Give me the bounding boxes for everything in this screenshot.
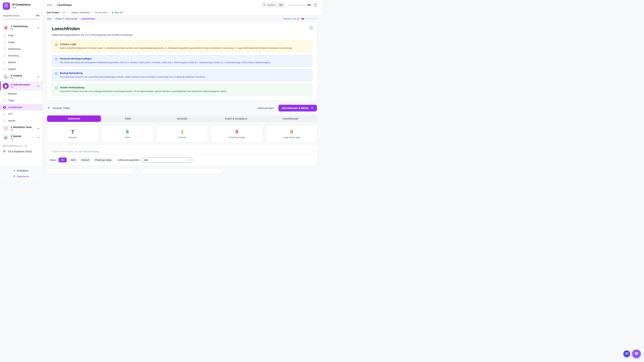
collapse-sidebar-button[interactable]: « Einklappen <box>14 169 28 172</box>
status-filter-entwurf[interactable]: Entwurf <box>79 158 92 162</box>
tab-generator[interactable]: Generator <box>155 115 209 122</box>
tab-loeschkonzept[interactable]: Loeschkonzept <box>263 115 317 122</box>
sidebar-item-vvt[interactable]: VVT <box>0 111 42 117</box>
sidebar-item-scope[interactable]: Scope <box>0 39 42 45</box>
sidebar-item-toms[interactable]: TOMs <box>0 97 42 104</box>
policy-card[interactable] <box>47 169 134 173</box>
radio-icon <box>3 61 6 64</box>
global-search-button[interactable]: Suchen... ⌘K <box>261 2 285 8</box>
sidebar: AI Compliance SDK Gesamtfortschritt 0% 🎯… <box>0 0 42 181</box>
overall-progress-block: Gesamtfortschritt 0% <box>0 12 42 22</box>
section-text: 5. Betrieb0% <box>10 135 35 140</box>
sidebar-section-3-dokumentation[interactable]: 📋3. Dokumentation0% <box>0 81 42 90</box>
stat-card-gesamt: 7Gesamt <box>47 125 98 142</box>
overall-progress-track <box>3 18 40 20</box>
chevron-down-icon <box>37 76 40 78</box>
back-label: Zurueck: TOMs <box>52 107 70 109</box>
policy-search-input[interactable] <box>50 148 314 155</box>
double-chevron-left-icon: « <box>14 169 15 172</box>
info-circle-icon <box>55 57 58 64</box>
policy-card[interactable] <box>142 169 223 173</box>
back-button[interactable]: Zurueck: TOMs <box>47 106 70 110</box>
sidebar-item-quellen[interactable]: Quellen <box>0 66 42 72</box>
next-label: Abschliessen & Weiter <box>282 107 309 109</box>
sidebar-item-module[interactable]: Module <box>0 59 42 66</box>
divider <box>110 11 110 14</box>
notice-title: 3-Stufen-Logik <box>60 43 292 45</box>
skip-button[interactable]: Ueberspringen <box>258 107 274 109</box>
stat-label: Aktiv <box>102 136 153 139</box>
complete-next-button[interactable]: Abschliessen & Weiter <box>278 105 317 111</box>
divider <box>69 11 69 14</box>
sidebar-section-1-vorbereitung[interactable]: 🎯1. Vorbereitung0% <box>0 23 42 32</box>
notice-title: Vendor-Verknuepfung <box>60 86 227 89</box>
notice-text: Loeschfrist-Policies koennen mit Auftrag… <box>60 90 227 93</box>
notice-text: Jede Loeschfrist folgt einer 3-Stufen-Lo… <box>60 46 292 50</box>
sync-ok-dot-icon <box>112 12 113 13</box>
stat-value: 1 <box>157 129 208 135</box>
page-subtitle: Aufbewahrungsrichtlinien mit VVT-Verknue… <box>52 33 312 36</box>
stat-label: Gesamt <box>47 136 98 139</box>
crumb-separator: / <box>53 17 54 20</box>
status-filter-alle[interactable]: Alle <box>58 158 67 162</box>
policy-card-row <box>47 169 317 173</box>
stat-card-pruefung-faellig: 0Pruefung faellig <box>211 125 262 142</box>
sidebar-section-4-rechtliche-texte[interactable]: 📝4. Rechtliche Texte0% <box>0 124 42 133</box>
section-text: 1. Vorbereitung0% <box>10 25 35 30</box>
tab-export-compliance[interactable]: Export & Compliance <box>209 115 263 122</box>
sidebar-item-vendor[interactable]: Vendor <box>0 117 42 124</box>
status-filter-pruefung-noetig[interactable]: Pruefung noetig <box>93 158 113 162</box>
stat-card-aktiv: 6Aktiv <box>102 125 153 142</box>
header-progress: 0% <box>288 3 311 6</box>
help-icon[interactable]: ? <box>314 3 317 7</box>
export-label: Exportieren <box>17 175 29 178</box>
sidebar-item-profil[interactable]: Profil <box>0 32 42 39</box>
sidebar-item-ce-compliance[interactable]: CE-Compliance (IACE) <box>3 149 40 155</box>
radio-icon <box>3 92 6 95</box>
crumb-phase[interactable]: Phase 2: Dokumente <box>56 17 78 20</box>
arrow-right-icon <box>310 106 314 110</box>
tab-uebersicht[interactable]: Uebersicht <box>47 115 101 122</box>
item-label: Module <box>8 61 16 64</box>
radio-icon <box>3 119 6 122</box>
notice-body: Deutsche RechtsgrundlagenDer Generator k… <box>60 57 271 64</box>
wizard-actions-row: Zurueck: TOMs Ueberspringen Abschliessen… <box>47 105 317 111</box>
sidebar-item-pflichten[interactable]: Pflichten <box>0 90 42 97</box>
step-progress: Schritt 4 von 22 <box>283 17 317 20</box>
sidebar-section-2-analyse[interactable]: 🔍2. Analyse0% <box>0 72 42 81</box>
main-column: SDK Löschfristen Suchen... ⌘K 0% ? <box>42 0 322 181</box>
ce-compliance-label: CE-Compliance (IACE) <box>8 150 32 153</box>
app-title-block: AI Compliance SDK <box>12 3 31 9</box>
status-filter-label: Status: <box>50 159 57 161</box>
crumb-sdk[interactable]: SDK <box>47 17 52 20</box>
section-percent: 0% <box>10 86 35 89</box>
breadcrumb-root[interactable]: SDK <box>47 4 52 6</box>
notice-body: Backup-BehandlungAuch Backups muessen in… <box>60 72 206 79</box>
export-button[interactable]: Exportieren <box>13 175 29 178</box>
sidebar-item-screening[interactable]: Screening <box>0 52 42 59</box>
overall-progress-value: 0% <box>36 14 40 17</box>
item-label: Vendor <box>8 119 16 122</box>
stat-value: 7 <box>47 129 98 135</box>
sidebar-item-anwendung[interactable]: Anwendung <box>0 45 42 52</box>
item-label: Anwendung <box>8 48 20 50</box>
notice-backup-behandlung: Backup-BehandlungAuch Backups muessen in… <box>52 69 312 81</box>
stats-row: 7Gesamt6Aktiv1Entwurf0Pruefung faellig0L… <box>47 125 317 142</box>
section-help-icon[interactable]: ? <box>310 26 313 29</box>
stat-label: Pruefung faellig <box>211 136 262 139</box>
item-label: Pflichten <box>8 92 17 95</box>
section-label: 3. Dokumentation <box>10 83 35 86</box>
radio-selected-icon <box>3 106 6 109</box>
chevron-up-icon <box>37 85 40 87</box>
radio-icon <box>3 34 6 37</box>
status-filter-aktiv[interactable]: Aktiv <box>68 158 78 162</box>
sidebar-section-5-betrieb[interactable]: ⚙️5. Betrieb0% <box>0 133 42 142</box>
retention-driver-select[interactable]: Alle <box>142 157 192 163</box>
collapse-label: Einklappen <box>17 169 28 172</box>
step-label: Schritt 4 von 22 <box>283 17 300 20</box>
sidebar-item-l-schfristen[interactable]: Löschfristen <box>0 104 42 111</box>
notice-text: Auch Backups muessen ins Loeschkonzept e… <box>60 75 206 79</box>
tab-editor[interactable]: Editor <box>101 115 155 122</box>
notice-vendor-verknuepfung: Vendor-VerknuepfungLoeschfrist-Policies … <box>52 84 312 95</box>
app-root: AI Compliance SDK Gesamtfortschritt 0% 🎯… <box>0 0 322 181</box>
